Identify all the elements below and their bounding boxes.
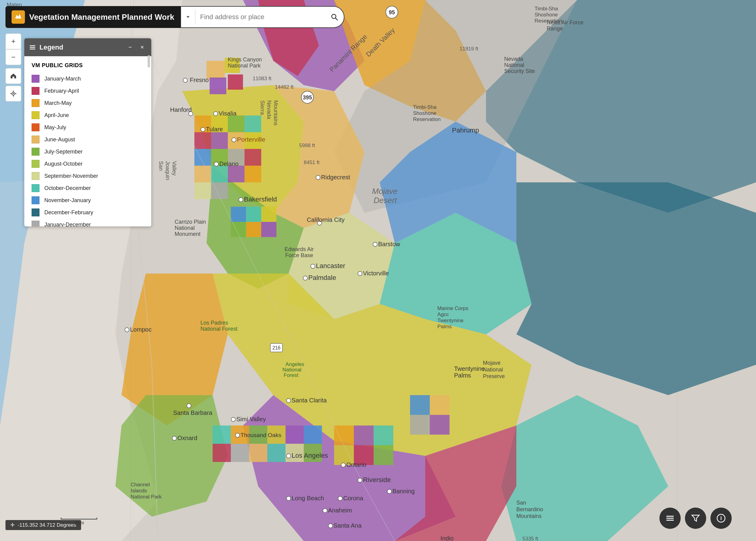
legend-item-label: January-December (44, 222, 91, 227)
svg-text:Agcc: Agcc (437, 311, 449, 317)
svg-text:Los Angeles: Los Angeles (292, 452, 328, 459)
legend-item: December-February (32, 209, 144, 217)
svg-text:National Forest: National Forest (200, 326, 238, 332)
svg-rect-41 (334, 425, 354, 445)
legend-swatch (32, 148, 40, 156)
legend-swatch (32, 184, 40, 192)
legend-swatch (32, 87, 40, 95)
legend-item: March-May (32, 99, 144, 107)
svg-text:Visalia: Visalia (219, 110, 237, 117)
svg-text:Palms: Palms (454, 372, 471, 379)
legend-panel: Legend − × VM PUBLIC GRIDS January-March… (24, 38, 151, 227)
svg-text:Bernardino: Bernardino (516, 506, 543, 512)
svg-text:Nevada: Nevada (504, 56, 523, 62)
search-button[interactable] (328, 11, 341, 23)
app-logo-icon (12, 10, 25, 24)
svg-rect-9 (261, 207, 276, 222)
svg-text:i: i (720, 515, 722, 521)
legend-icon (29, 44, 36, 51)
svg-text:5335 ft: 5335 ft (522, 536, 538, 541)
svg-text:Channel: Channel (130, 482, 150, 487)
svg-rect-10 (261, 222, 276, 237)
svg-text:8451 ft: 8451 ft (304, 160, 320, 165)
search-input[interactable] (195, 13, 328, 21)
svg-text:Monument: Monument (175, 231, 200, 237)
svg-text:Timbi-Sha: Timbi-Sha (413, 104, 436, 110)
legend-scrollbar[interactable] (147, 55, 150, 68)
svg-text:Delano: Delano (219, 161, 238, 167)
svg-text:Mountains: Mountains (516, 513, 542, 519)
svg-text:Palms: Palms (437, 324, 452, 329)
svg-rect-182 (666, 518, 674, 519)
svg-rect-5 (231, 207, 246, 222)
zoom-in-button[interactable]: + (5, 33, 21, 49)
svg-rect-180 (30, 49, 35, 50)
svg-rect-22 (244, 116, 261, 132)
svg-rect-19 (194, 182, 211, 199)
svg-rect-35 (213, 444, 231, 462)
svg-rect-1 (206, 61, 225, 79)
svg-text:Forest: Forest (284, 372, 298, 378)
svg-text:5988 ft: 5988 ft (299, 143, 315, 148)
svg-rect-37 (249, 444, 267, 462)
svg-text:Carrizo Plain: Carrizo Plain (175, 219, 206, 225)
legend-item-label: January-March (44, 76, 81, 82)
scale-label: 30mi (61, 520, 97, 525)
filter-button[interactable] (685, 508, 706, 529)
svg-rect-181 (666, 516, 674, 517)
info-button[interactable]: i (710, 508, 732, 529)
svg-rect-4 (228, 75, 243, 90)
legend-swatch (32, 75, 40, 83)
scale-line (61, 518, 97, 519)
svg-point-114 (328, 524, 333, 528)
svg-text:Simi Valley: Simi Valley (236, 416, 266, 422)
svg-point-96 (235, 433, 240, 437)
svg-text:11083 ft: 11083 ft (253, 76, 272, 82)
legend-swatch (32, 136, 40, 144)
legend-swatch (32, 111, 40, 119)
legend-item: January-March (32, 75, 144, 83)
legend-item: July-September (32, 148, 144, 156)
svg-rect-8 (246, 222, 261, 237)
svg-rect-18 (211, 166, 228, 182)
app-title-container: Vegetation Management Planned Work (5, 6, 180, 28)
legend-item: January-December (32, 221, 144, 227)
svg-point-104 (341, 463, 345, 467)
zoom-out-button[interactable]: − (5, 49, 21, 65)
svg-text:National Park: National Park (130, 494, 162, 500)
svg-text:Victorville: Victorville (363, 270, 389, 276)
svg-text:Pahrump: Pahrump (452, 127, 479, 134)
svg-point-84 (358, 271, 362, 276)
legend-swatch (32, 209, 40, 217)
svg-rect-183 (666, 520, 674, 521)
svg-text:Banning: Banning (392, 488, 414, 494)
legend-swatch (32, 221, 40, 227)
svg-rect-179 (30, 47, 35, 48)
svg-text:Palmdale: Palmdale (308, 274, 336, 281)
svg-text:Santa Ana: Santa Ana (334, 522, 362, 529)
svg-point-108 (338, 496, 342, 501)
locate-button[interactable] (5, 86, 21, 102)
svg-line-171 (335, 18, 338, 20)
svg-rect-48 (430, 395, 449, 415)
svg-text:Force Base: Force Base (285, 252, 313, 259)
svg-text:Long Beach: Long Beach (292, 495, 324, 501)
svg-text:Fresno: Fresno (190, 77, 209, 83)
svg-point-102 (286, 496, 291, 501)
svg-text:San: San (516, 500, 526, 506)
svg-text:Security Site: Security Site (504, 68, 535, 74)
svg-text:Twentynine: Twentynine (454, 365, 485, 372)
legend-close-button[interactable]: × (138, 43, 146, 52)
search-dropdown-button[interactable] (181, 9, 195, 25)
legend-minimize-button[interactable]: − (126, 43, 134, 52)
search-container (180, 6, 345, 28)
svg-text:Ridgecrest: Ridgecrest (321, 174, 350, 181)
legend-body: VM PUBLIC GRIDS January-MarchFebruary-Ap… (24, 56, 151, 227)
svg-point-110 (387, 489, 391, 494)
scale-bar: 30mi (61, 518, 97, 525)
home-button[interactable] (5, 68, 21, 84)
layers-button[interactable] (659, 508, 681, 529)
svg-rect-20 (211, 182, 228, 199)
svg-point-64 (201, 127, 205, 132)
svg-text:Kings Canyon: Kings Canyon (228, 57, 262, 63)
